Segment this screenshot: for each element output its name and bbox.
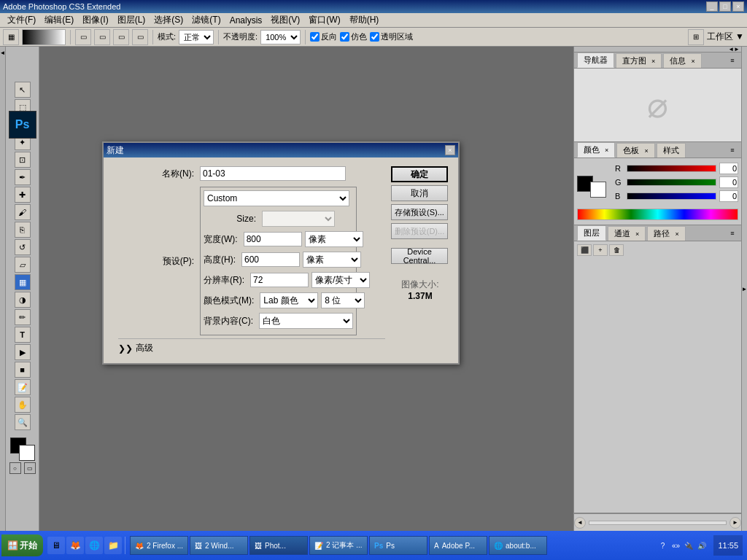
tool-notes[interactable]: 📝 xyxy=(15,379,31,395)
tool-heal[interactable]: ✚ xyxy=(15,187,31,203)
tool-history[interactable]: ↺ xyxy=(15,239,31,255)
tool-zoom[interactable]: 🔍 xyxy=(15,414,31,430)
dither-option[interactable]: 仿色 xyxy=(340,31,367,42)
menu-layer[interactable]: 图层(L) xyxy=(113,12,150,28)
blend-mode-1[interactable]: ▭ xyxy=(75,29,91,45)
menu-select[interactable]: 选择(S) xyxy=(150,12,187,28)
taskbar-item-0[interactable]: 🦊 2 Firefox ... xyxy=(130,536,188,555)
name-input[interactable] xyxy=(200,166,346,181)
menu-image[interactable]: 图像(I) xyxy=(78,12,112,28)
swatches-close-icon[interactable]: × xyxy=(644,147,648,155)
tab-paths[interactable]: 路径 × xyxy=(647,226,685,241)
color-close-icon[interactable]: × xyxy=(605,147,608,154)
height-input[interactable] xyxy=(241,252,300,267)
color-spectrum[interactable] xyxy=(577,209,738,220)
background-select[interactable]: 白色 背景色 透明 xyxy=(259,313,353,329)
tool-gradient-btn[interactable]: ▦ xyxy=(3,29,19,45)
transparency-option[interactable]: 透明区域 xyxy=(370,31,413,42)
layers-btn-1[interactable]: ⬛ xyxy=(577,244,592,256)
taskbar-item-4[interactable]: Ps Ps xyxy=(369,536,427,555)
menu-analysis[interactable]: Analysis xyxy=(225,14,267,27)
channels-close-icon[interactable]: × xyxy=(635,230,639,238)
tab-color[interactable]: 颜色 × xyxy=(577,142,615,158)
histogram-close-icon[interactable]: × xyxy=(651,58,655,65)
tool-clone[interactable]: ⎘ xyxy=(15,222,31,238)
green-slider[interactable] xyxy=(627,179,716,186)
tool-crop[interactable]: ⊡ xyxy=(15,152,31,168)
layers-btn-2[interactable]: + xyxy=(593,244,608,256)
taskbar-item-6[interactable]: 🌐 about:b... xyxy=(489,536,547,555)
tab-navigator[interactable]: 导航器 xyxy=(577,52,614,68)
menu-window[interactable]: 窗口(W) xyxy=(304,12,344,28)
minimize-button[interactable]: _ xyxy=(706,1,718,12)
advanced-toggle[interactable]: ❯❯ 高级 xyxy=(118,342,385,354)
width-unit-select[interactable]: 像素 英寸 厘米 xyxy=(305,231,363,247)
layers-panel-menu[interactable]: ≡ xyxy=(727,228,738,239)
opacity-select[interactable]: 100% xyxy=(260,30,301,44)
height-unit-select[interactable]: 像素 英寸 厘米 xyxy=(303,252,361,268)
gradient-preview[interactable] xyxy=(22,29,66,45)
colorbit-select[interactable]: 8 位 16 位 xyxy=(321,292,365,308)
panel-scrollbar[interactable] xyxy=(589,521,727,525)
maximize-button[interactable]: □ xyxy=(719,1,731,12)
dialog-close-button[interactable]: × xyxy=(445,145,455,155)
ok-button[interactable]: 确定 xyxy=(391,166,448,182)
tool-pen[interactable]: ✏ xyxy=(15,309,31,325)
green-value[interactable] xyxy=(719,176,738,188)
start-button[interactable]: 🪟 开始 xyxy=(1,534,43,556)
transparency-checkbox[interactable] xyxy=(370,32,379,42)
menu-edit[interactable]: 编辑(E) xyxy=(40,12,78,28)
quick-mask-btn[interactable]: ○ xyxy=(9,462,21,474)
tab-info[interactable]: 信息 × xyxy=(663,53,701,68)
save-preset-button[interactable]: 存储预设(S)... xyxy=(391,204,448,220)
tool-dodge[interactable]: ◑ xyxy=(15,292,31,308)
tab-swatches[interactable]: 色板 × xyxy=(616,143,654,158)
reverse-option[interactable]: 反向 xyxy=(310,31,337,42)
tool-hand[interactable]: ✋ xyxy=(15,397,31,413)
resolution-input[interactable] xyxy=(250,273,309,287)
menu-help[interactable]: 帮助(H) xyxy=(345,12,384,28)
reverse-checkbox[interactable] xyxy=(310,32,320,42)
tool-eyedropper[interactable]: ✒ xyxy=(15,169,31,185)
taskbar-item-1[interactable]: 🖼 2 Wind... xyxy=(190,536,248,555)
ql-firefox[interactable]: 🦊 xyxy=(66,537,84,554)
preset-select[interactable]: Custom xyxy=(204,190,349,206)
blend-mode-4[interactable]: ▭ xyxy=(132,29,148,45)
close-button[interactable]: × xyxy=(732,1,744,12)
cancel-button[interactable]: 取消 xyxy=(391,185,448,201)
tool-eraser[interactable]: ▱ xyxy=(15,257,31,273)
menu-view[interactable]: 视图(V) xyxy=(266,12,304,28)
colormode-select[interactable]: Lab 颜色 RGB 颜色 CMYK xyxy=(260,292,318,308)
taskbar-item-5[interactable]: A Adobe P... xyxy=(429,536,487,555)
new-document-dialog[interactable]: 新建 × 名称(N): 预设(P): Cust xyxy=(102,141,460,365)
left-collapse-arrow[interactable]: ◄ xyxy=(0,47,6,531)
workspace-label[interactable]: 工作区 ▼ xyxy=(707,31,744,43)
blue-slider[interactable] xyxy=(627,192,716,200)
dither-checkbox[interactable] xyxy=(340,32,349,42)
menu-file[interactable]: 文件(F) xyxy=(3,12,40,28)
tool-text[interactable]: T xyxy=(15,327,31,343)
mode-select[interactable]: 正常 xyxy=(179,30,214,44)
info-close-icon[interactable]: × xyxy=(691,58,694,65)
tool-gradient[interactable]: ▦ xyxy=(15,274,31,290)
tool-brush[interactable]: 🖌 xyxy=(15,204,31,220)
delete-preset-button[interactable]: 删除预设(D)... xyxy=(391,223,448,239)
blue-value[interactable] xyxy=(719,190,738,202)
ql-ie[interactable]: 🌐 xyxy=(85,537,103,554)
tab-histogram[interactable]: 直方图 × xyxy=(616,53,662,68)
tab-layers[interactable]: 图层 xyxy=(577,225,606,241)
red-slider[interactable] xyxy=(627,165,716,172)
color-panel-menu[interactable]: ≡ xyxy=(727,144,738,156)
screen-mode-btn[interactable]: ▭ xyxy=(24,462,36,474)
device-central-button[interactable]: Device Central... xyxy=(391,248,448,264)
ql-folder[interactable]: 📁 xyxy=(104,537,122,554)
tool-arrow[interactable]: ↖ xyxy=(15,82,31,98)
panel-btn-left[interactable]: ◄ xyxy=(574,517,586,529)
size-select[interactable] xyxy=(262,211,335,227)
taskbar-item-2[interactable]: 🖼 Phot... xyxy=(249,536,308,555)
menu-filter[interactable]: 滤镜(T) xyxy=(187,12,225,28)
nav-panel-menu[interactable]: ≡ xyxy=(727,55,738,66)
tool-shape[interactable]: ■ xyxy=(15,362,31,378)
red-value[interactable] xyxy=(719,163,738,174)
background-color[interactable] xyxy=(19,445,35,461)
